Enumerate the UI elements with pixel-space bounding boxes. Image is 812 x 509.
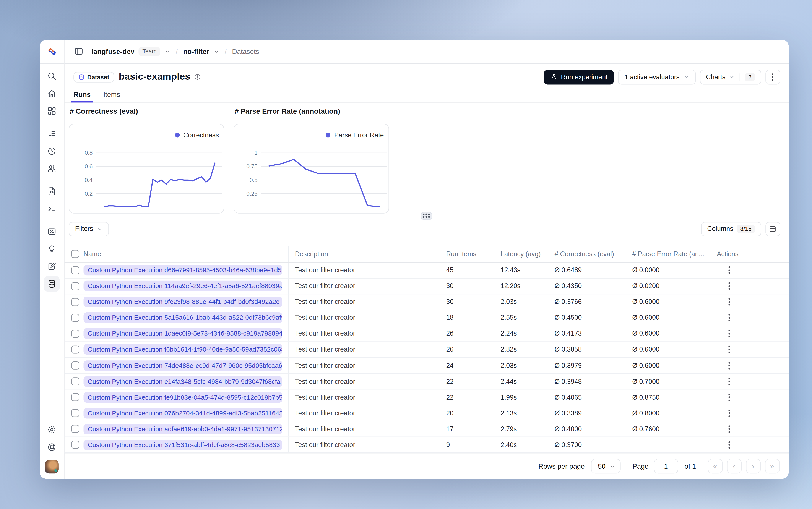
row-actions-menu-icon[interactable] [725, 330, 733, 337]
run-experiment-button[interactable]: Run experiment [544, 70, 614, 84]
run-name-link[interactable]: Custom Python Execution adfae619-abb0-4d… [83, 424, 282, 435]
row-checkbox[interactable] [71, 282, 79, 290]
run-name-link[interactable]: Custom Python Execution e14fa348-5cfc-49… [83, 376, 282, 386]
sidebar-toggle-icon[interactable] [72, 44, 86, 58]
columns-button[interactable]: Columns 8/15 [701, 222, 761, 236]
sessions-clock-icon[interactable] [44, 143, 60, 159]
table-row[interactable]: Custom Python Execution 9fe23f98-881e-44… [65, 294, 788, 310]
datasets-icon[interactable] [44, 276, 60, 292]
run-name-link[interactable]: Custom Python Execution 74de488e-ec9d-47… [83, 360, 282, 371]
row-checkbox[interactable] [71, 266, 79, 274]
annotation-queues-icon[interactable] [44, 258, 60, 274]
select-all-checkbox[interactable] [71, 250, 79, 258]
row-actions-menu-icon[interactable] [725, 409, 733, 417]
table-row[interactable]: Custom Python Execution 114aa9ef-29e6-4e… [65, 278, 788, 294]
column-header-name[interactable]: Name [82, 246, 289, 262]
parse-error-value: Ø 0.7000 [632, 378, 717, 385]
run-name-link[interactable]: Custom Python Execution 371f531c-abff-4d… [83, 440, 282, 450]
chevron-down-icon[interactable] [165, 48, 170, 54]
row-actions-menu-icon[interactable] [725, 426, 733, 433]
row-actions-menu-icon[interactable] [725, 362, 733, 369]
settings-gear-icon[interactable] [44, 421, 60, 437]
svg-text:0.4: 0.4 [85, 176, 93, 183]
active-evaluators-dropdown[interactable]: 1 active evaluators [618, 70, 696, 84]
table-row[interactable]: Custom Python Execution d66e7991-8595-45… [65, 263, 788, 278]
more-options-icon[interactable] [765, 70, 780, 84]
run-name-link[interactable]: Custom Python Execution 114aa9ef-29e6-4e… [83, 281, 282, 291]
table-row[interactable]: Custom Python Execution adfae619-abb0-4d… [65, 421, 788, 437]
row-checkbox[interactable] [71, 298, 79, 306]
support-lifebuoy-icon[interactable] [44, 439, 60, 455]
resize-handle-icon[interactable] [421, 212, 433, 219]
table-row[interactable]: Custom Python Execution fe91b83e-04a5-47… [65, 389, 788, 405]
run-name-link[interactable]: Custom Python Execution 1daec0f9-5e78-43… [83, 328, 282, 339]
row-checkbox[interactable] [71, 362, 79, 370]
page-number-input[interactable] [654, 459, 678, 473]
run-name-link[interactable]: Custom Python Execution d66e7991-8595-45… [83, 265, 282, 275]
column-header-run-items[interactable]: Run Items [446, 250, 501, 258]
row-actions-menu-icon[interactable] [725, 378, 733, 385]
row-checkbox[interactable] [71, 330, 79, 338]
home-icon[interactable] [44, 86, 60, 101]
row-actions-menu-icon[interactable] [725, 298, 733, 306]
tab-runs[interactable]: Runs [73, 90, 91, 102]
run-name-link[interactable]: Custom Python Execution f6bb1614-1f90-40… [83, 344, 282, 355]
search-icon[interactable] [44, 68, 60, 84]
row-checkbox[interactable] [71, 346, 79, 354]
table-row[interactable]: Custom Python Execution f6bb1614-1f90-40… [65, 342, 788, 358]
row-checkbox[interactable] [71, 393, 79, 401]
filters-button[interactable]: Filters [69, 222, 109, 236]
column-header-latency[interactable]: Latency (avg) [501, 250, 554, 258]
column-header-description[interactable]: Description [289, 250, 446, 258]
run-name-link[interactable]: Custom Python Execution fe91b83e-04a5-47… [83, 392, 282, 403]
column-header-parse-error[interactable]: # Parse Error Rate (an... [632, 250, 717, 258]
table-row[interactable]: Custom Python Execution 74de488e-ec9d-47… [65, 358, 788, 374]
column-header-correctness[interactable]: # Correctness (eval) [554, 250, 633, 258]
table-row[interactable]: Custom Python Execution e14fa348-5cfc-49… [65, 374, 788, 389]
row-actions-menu-icon[interactable] [725, 441, 733, 448]
users-icon[interactable] [44, 161, 60, 176]
row-actions-menu-icon[interactable] [725, 314, 733, 321]
table-row[interactable]: Custom Python Execution 1daec0f9-5e78-43… [65, 326, 788, 342]
previous-page-icon[interactable]: ‹ [726, 459, 741, 473]
run-items-value: 22 [446, 394, 501, 401]
run-name-link[interactable]: Custom Python Execution 9fe23f98-881e-44… [83, 297, 282, 307]
table-row[interactable]: Custom Python Execution 5a15a616-1bab-44… [65, 310, 788, 326]
first-page-icon[interactable]: « [708, 459, 722, 473]
chevron-down-icon [610, 463, 616, 469]
project-name[interactable]: no-filter [183, 47, 209, 55]
llm-judge-icon[interactable] [44, 223, 60, 239]
run-name-link[interactable]: Custom Python Execution 076b2704-341d-48… [83, 408, 282, 418]
prompts-icon[interactable] [44, 183, 60, 199]
table-row[interactable]: Custom Python Execution 371f531c-abff-4d… [65, 437, 788, 453]
table-row[interactable]: Custom Python Execution 076b2704-341d-48… [65, 405, 788, 421]
tracing-icon[interactable] [44, 126, 60, 141]
breadcrumb-section[interactable]: Datasets [232, 47, 259, 55]
info-icon[interactable] [194, 73, 201, 80]
next-page-icon[interactable]: › [746, 459, 760, 473]
insights-lightbulb-icon[interactable] [44, 241, 60, 257]
org-type-badge: Team [139, 47, 160, 56]
playground-terminal-icon[interactable] [44, 201, 60, 216]
rows-per-page-select[interactable]: 50 [591, 459, 621, 473]
row-actions-menu-icon[interactable] [725, 282, 733, 290]
row-actions-menu-icon[interactable] [725, 266, 733, 274]
run-description: Test our filter creator [289, 330, 446, 337]
row-height-icon[interactable] [765, 222, 780, 236]
breadcrumb-separator: / [224, 47, 228, 56]
last-page-icon[interactable]: » [765, 459, 779, 473]
user-avatar[interactable] [45, 460, 59, 473]
row-checkbox[interactable] [71, 377, 79, 385]
chevron-down-icon[interactable] [213, 48, 219, 54]
row-actions-menu-icon[interactable] [725, 394, 733, 401]
tab-items[interactable]: Items [103, 90, 120, 102]
row-checkbox[interactable] [71, 425, 79, 433]
row-checkbox[interactable] [71, 314, 79, 322]
dashboards-icon[interactable] [44, 103, 60, 119]
org-name[interactable]: langfuse-dev [92, 47, 135, 55]
row-checkbox[interactable] [71, 441, 79, 449]
charts-dropdown[interactable]: Charts 2 [700, 70, 761, 84]
row-checkbox[interactable] [71, 409, 79, 417]
run-name-link[interactable]: Custom Python Execution 5a15a616-1bab-44… [83, 312, 282, 323]
row-actions-menu-icon[interactable] [725, 346, 733, 353]
